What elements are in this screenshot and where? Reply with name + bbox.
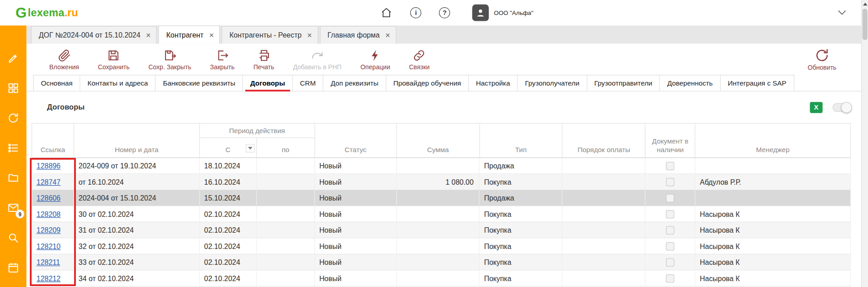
col-header-type[interactable]: Тип [480,124,563,158]
grid-title: Договоры [47,103,85,111]
contract-link[interactable]: 128896 [37,162,61,170]
lexema-logo[interactable]: G lexema .ru [15,5,78,20]
contract-link[interactable]: 128210 [37,242,61,250]
scroll-up-icon[interactable] [862,0,868,8]
col-header-status[interactable]: Статус [315,124,396,158]
attachments-button[interactable]: Вложения [40,48,89,70]
section-tab[interactable]: Доверенность [660,75,721,91]
section-tab[interactable]: Настройка [469,75,518,91]
cell-sum [396,190,480,206]
section-tab[interactable]: Интеграция с SAP [721,75,794,91]
section-tab[interactable]: Грузоотправители [587,75,660,91]
doc-checkbox[interactable] [666,258,674,266]
links-button[interactable]: Связки [400,48,439,70]
report-list-icon[interactable] [7,142,19,154]
tab-close-icon[interactable]: × [385,31,390,39]
doc-checkbox[interactable] [666,210,674,218]
edit-icon[interactable] [7,52,19,64]
section-tab[interactable]: Банковские реквизиты [156,75,243,91]
tab-close-icon[interactable]: × [209,31,214,39]
cell-link: 128747 [32,174,74,189]
section-tab[interactable]: Провайдер обучения [386,75,469,91]
cell-to [257,254,315,270]
excel-export-button[interactable]: X [810,102,822,113]
mail-icon[interactable]: 9 [7,202,19,214]
cell-type: Покупка [480,206,563,222]
cell-to [257,222,315,238]
doc-checkbox[interactable] [666,274,674,282]
doc-checkbox[interactable] [666,194,674,202]
section-tab[interactable]: Доп реквизиты [324,75,387,91]
col-header-from[interactable]: С [200,138,257,158]
info-icon[interactable]: i [410,7,421,18]
doc-checkbox[interactable] [666,226,674,234]
sync-icon[interactable] [7,112,19,124]
table-row[interactable]: 128747 от 16.10.2024 16.10.2024 Новый 1 … [32,174,851,190]
col-header-number[interactable]: Номер и дата [74,124,200,158]
save-close-button[interactable]: Сохр. Закрыть [139,48,200,70]
doc-checkbox[interactable] [666,242,674,250]
contract-link[interactable]: 128212 [37,274,61,282]
cell-number: 2024-009 от 19.10.2024 [74,158,200,173]
operations-button[interactable]: Операции [351,48,400,70]
section-tab[interactable]: Грузополучатели [518,75,587,91]
contract-link[interactable]: 128211 [37,258,60,266]
sort-dropdown-icon[interactable] [245,144,255,152]
contract-link[interactable]: 128209 [37,226,61,234]
print-button[interactable]: Печать [244,48,284,70]
calendar-icon[interactable] [7,262,19,274]
help-icon[interactable]: ? [439,7,450,18]
vertical-scrollbar[interactable] [861,0,868,287]
tab-close-icon[interactable]: × [307,31,312,39]
tab-close-icon[interactable]: × [146,31,151,39]
add-rnp-button[interactable]: Добавить в РНП [283,48,351,70]
table-row[interactable]: 128209 31 от 02.10.2024 02.10.2024 Новый… [32,222,851,239]
contract-link[interactable]: 128747 [37,177,61,186]
section-tab[interactable]: Договоры [243,75,293,91]
refresh-button[interactable]: Обновить [798,48,846,71]
close-button[interactable]: Закрыть [201,48,244,70]
col-header-sum[interactable]: Сумма [397,124,480,158]
table-row[interactable]: 128208 30 от 02.10.2024 02.10.2024 Новый… [32,206,851,223]
search-icon[interactable] [7,232,19,244]
folder-icon[interactable] [7,172,19,184]
grid-toggle[interactable] [833,103,852,112]
refresh-icon [815,48,829,62]
modules-grid-icon[interactable] [7,82,19,94]
contract-link[interactable]: 128208 [37,210,61,218]
mail-count-badge: 9 [15,210,24,219]
company-selector[interactable]: ООО "Альфа" [494,10,533,16]
cell-sum [396,158,480,173]
col-header-doc[interactable]: Документ в наличии [646,124,695,158]
section-tab[interactable]: Контакты и адреса [80,75,156,91]
cell-number: 34 от 02.10.2024 [74,271,200,286]
home-icon[interactable] [381,7,393,19]
col-header-to[interactable]: по [257,138,315,158]
window-tab[interactable]: Контрагент × [159,25,220,43]
user-avatar[interactable] [472,5,489,21]
cell-payment [563,190,646,206]
save-button[interactable]: Сохранить [89,48,139,70]
table-row[interactable]: 128606 2024-004 от 15.10.2024 15.10.2024… [32,190,851,206]
table-row[interactable]: 128211 33 от 02.10.2024 02.10.2024 Новый… [32,254,851,271]
doc-checkbox[interactable] [666,177,674,186]
table-row[interactable]: 128896 2024-009 от 19.10.2024 18.10.2024… [32,158,851,174]
toolbar: Вложения Сохранить Сохр. Закрыть Закрыть [27,44,868,75]
contract-link[interactable]: 128606 [37,194,61,202]
table-row[interactable]: 128210 32 от 02.10.2024 02.10.2024 Новый… [32,239,851,255]
doc-checkbox[interactable] [666,162,674,170]
chevron-down-icon[interactable] [836,7,848,19]
window-tab[interactable]: Главная форма × [320,26,396,44]
col-header-payment[interactable]: Порядок оплаты [563,124,646,158]
col-header-manager[interactable]: Менеджер [695,124,851,158]
section-tab[interactable]: CRM [293,75,324,91]
col-header-link[interactable]: Ссылка [32,124,74,158]
scrollbar-thumb[interactable] [863,9,868,40]
cell-payment [563,174,646,189]
section-tab-label: Грузоотправители [594,79,652,87]
section-tab[interactable]: Основная [33,75,80,91]
window-tab[interactable]: Контрагенты - Реестр × [222,26,318,44]
cell-sum: 1 080.00 [396,174,480,189]
window-tab[interactable]: ДОГ №2024-004 от 15.10.2024 × [31,26,157,44]
table-row[interactable]: 128212 34 от 02.10.2024 02.10.2024 Новый… [32,271,851,287]
